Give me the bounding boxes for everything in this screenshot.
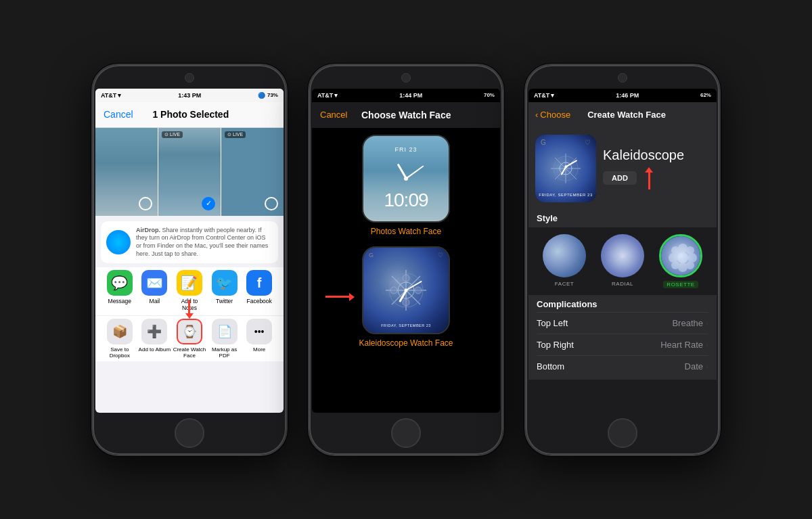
twitter-label: Twitter — [216, 298, 233, 304]
markup-label: Markup as PDF — [207, 346, 242, 359]
arrow-head-down — [185, 313, 194, 319]
action-album[interactable]: ➕ Add to Album — [137, 319, 173, 359]
complication-row-bottom[interactable]: Bottom Date › — [537, 355, 708, 377]
phone-2-screen: AT&T ▾ 1:44 PM 70% Cancel Choose Watch F… — [312, 89, 500, 413]
kaleido-bg: FRIDAY, SEPTEMBER 23 G ♡ — [363, 248, 449, 333]
kaleido-top-right-icon: ♡ — [438, 252, 443, 258]
cancel-button-1[interactable]: Cancel — [104, 109, 133, 120]
photo-check-3[interactable] — [265, 197, 278, 210]
carrier-3: AT&T — [534, 92, 549, 99]
more-icon: ••• — [246, 319, 272, 344]
status-right-3: 62% — [700, 92, 711, 98]
svg-point-18 — [669, 253, 678, 263]
small-watch-top-left: G — [541, 139, 546, 146]
share-app-mail[interactable]: ✉️ Mail — [139, 270, 170, 311]
complication-row-top-right[interactable]: Top Right Heart Rate › — [537, 334, 708, 355]
share-app-twitter[interactable]: 🐦 Twitter — [209, 270, 240, 311]
status-bar-3: AT&T ▾ 1:46 PM 62% — [528, 89, 717, 102]
small-watch-date: FRIDAY, SEPTEMBER 23 — [539, 193, 592, 197]
complication-row-top-left[interactable]: Top Left Breathe › — [537, 312, 708, 334]
airdrop-icon — [106, 230, 131, 254]
chevron-right-3: › — [706, 361, 708, 371]
rosette-svg — [661, 236, 702, 277]
svg-point-23 — [686, 261, 694, 269]
mail-icon: ✉️ — [141, 270, 167, 296]
home-button-3[interactable] — [608, 418, 637, 448]
style-section-header: Style — [528, 209, 717, 227]
back-button-3[interactable]: ‹ Choose — [535, 110, 570, 120]
svg-point-19 — [687, 253, 697, 263]
arrow-shaft-v — [648, 173, 650, 189]
radial-label: RADIAL — [612, 281, 633, 287]
watch-name: Kaleidoscope — [603, 148, 710, 163]
phones-container: AT&T ▾ 1:43 PM 🔵 73% Cancel 1 Photo Sele… — [78, 50, 734, 470]
facebook-label: Facebook — [247, 298, 272, 304]
photo-check-2[interactable] — [202, 197, 215, 210]
cancel-button-2[interactable]: Cancel — [320, 110, 347, 120]
action-dropbox[interactable]: 📦 Save to Dropbox — [102, 319, 137, 359]
kaleido-watch-label: Kaleidoscope Watch Face — [359, 338, 453, 348]
small-clock — [551, 152, 581, 182]
airdrop-section[interactable]: AirDrop. Share instantly with people nea… — [101, 221, 278, 264]
photos-grid: ⊙LIVE ⊙LIVE — [95, 128, 284, 216]
rosette-pattern — [661, 236, 700, 275]
message-label: Message — [108, 298, 132, 304]
photo-item-2[interactable]: ⊙LIVE — [158, 128, 221, 216]
share-app-facebook[interactable]: f Facebook — [244, 270, 275, 311]
action-more[interactable]: ••• More — [242, 319, 277, 359]
nav-bar-1: Cancel 1 Photo Selected — [95, 102, 284, 128]
photo-item-1[interactable] — [95, 128, 158, 216]
minute-hand-1 — [405, 165, 424, 179]
live-badge-3: ⊙LIVE — [225, 131, 246, 138]
phone-3-screen: AT&T ▾ 1:46 PM 62% ‹ Choose Create Watch… — [528, 89, 717, 413]
style-radial[interactable]: RADIAL — [601, 234, 644, 288]
red-arrow-down — [185, 300, 194, 319]
action-markup[interactable]: 📄 Markup as PDF — [207, 319, 242, 359]
add-button[interactable]: ADD — [603, 171, 637, 185]
facebook-icon: f — [246, 270, 272, 296]
dropbox-icon: 📦 — [107, 319, 133, 344]
facet-label: FACET — [555, 281, 574, 287]
share-app-message[interactable]: 💬 Message — [104, 270, 135, 311]
svg-point-22 — [671, 261, 679, 269]
svg-point-17 — [678, 263, 687, 272]
home-button-1[interactable] — [175, 418, 204, 448]
photos-watch-time: 10:09 — [384, 189, 428, 211]
style-facet[interactable]: FACET — [543, 234, 586, 288]
action-watch-face[interactable]: ⌚ Create Watch Face — [172, 319, 207, 359]
add-album-label: Add to Album — [139, 346, 171, 353]
svg-point-24 — [677, 252, 688, 263]
svg-point-20 — [671, 246, 679, 254]
kaleido-date: FRIDAY, SEPTEMBER 23 — [381, 323, 431, 328]
phone-1-screen: AT&T ▾ 1:43 PM 🔵 73% Cancel 1 Photo Sele… — [95, 89, 284, 413]
nav-title-3: Create Watch Face — [587, 110, 666, 120]
facet-pattern — [543, 234, 586, 277]
status-right-2: 70% — [484, 92, 495, 98]
status-bar-2: AT&T ▾ 1:44 PM 70% — [312, 89, 500, 102]
status-left-1: AT&T ▾ — [101, 92, 121, 99]
kaleido-watch-face-preview: FRIDAY, SEPTEMBER 23 G ♡ — [362, 246, 450, 334]
red-arrow-up — [645, 167, 653, 189]
airdrop-text: AirDrop. Share instantly with people nea… — [136, 227, 273, 258]
bottom-val-text: Date — [685, 361, 703, 371]
photos-watch-face-item[interactable]: FRI 23 10:09 Photos Watch Face — [362, 135, 450, 236]
style-rosette[interactable]: ROSETTE — [659, 234, 702, 288]
photo-item-3[interactable]: ⊙LIVE — [221, 128, 284, 216]
rosette-circle — [659, 234, 702, 277]
watch-face-label: Create Watch Face — [172, 346, 207, 359]
more-label: More — [253, 346, 265, 353]
radial-circle — [601, 234, 644, 277]
kaleido-watch-face-item[interactable]: FRIDAY, SEPTEMBER 23 G ♡ Kaleidoscope Wa… — [359, 246, 453, 348]
add-btn-row: ADD — [603, 167, 710, 189]
photo-check-1[interactable] — [139, 197, 152, 210]
time-3: 1:46 PM — [616, 92, 639, 99]
kaleido-clock — [386, 270, 426, 311]
home-button-2[interactable] — [391, 418, 421, 448]
add-album-icon: ➕ — [141, 319, 167, 344]
battery-1: 73% — [267, 92, 278, 98]
dropbox-label: Save to Dropbox — [102, 346, 137, 359]
red-arrow-right — [325, 293, 355, 301]
complications-section: Complications Top Left Breathe › Top Rig… — [528, 295, 717, 380]
radial-pattern — [601, 234, 644, 277]
nav-bar-2: Cancel Choose Watch Face — [312, 102, 500, 128]
